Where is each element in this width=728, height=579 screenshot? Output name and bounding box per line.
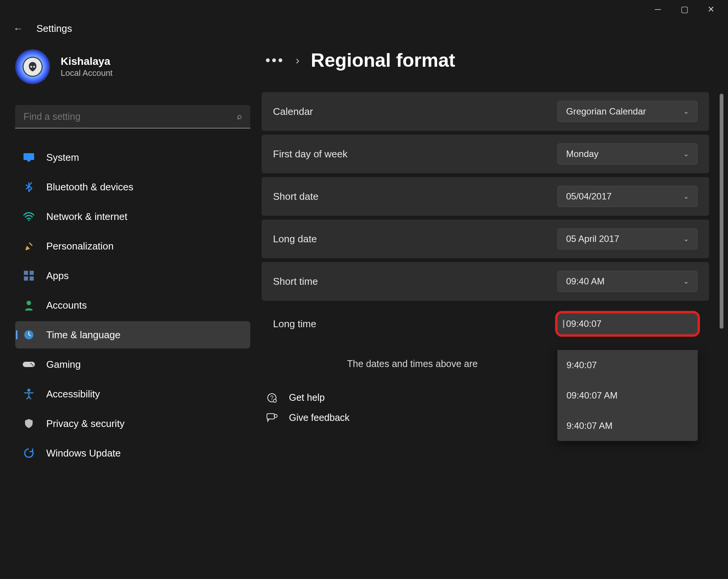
sidebar-item-label: Gaming bbox=[46, 359, 81, 370]
flyout-option[interactable]: 09:40:07 AM bbox=[557, 380, 698, 411]
svg-point-2 bbox=[28, 220, 30, 221]
display-icon bbox=[23, 151, 35, 163]
chevron-right-icon: › bbox=[296, 54, 300, 67]
link-label: Give feedback bbox=[289, 412, 350, 423]
row-calendar: Calendar Gregorian Calendar ⌄ bbox=[262, 92, 709, 131]
sidebar-item-gaming[interactable]: Gaming bbox=[15, 351, 250, 378]
sidebar-item-label: Accounts bbox=[46, 300, 87, 311]
short-time-dropdown[interactable]: 09:40 AM ⌄ bbox=[557, 271, 698, 292]
user-sub: Local Account bbox=[61, 68, 113, 78]
maximize-button[interactable]: ▢ bbox=[671, 0, 698, 19]
row-label: Long date bbox=[273, 233, 317, 245]
svg-rect-6 bbox=[30, 276, 34, 281]
svg-rect-1 bbox=[27, 160, 30, 162]
dropdown-value: 09:40:07 bbox=[566, 319, 689, 329]
long-date-dropdown[interactable]: 05 April 2017 ⌄ bbox=[557, 228, 698, 249]
shield-icon bbox=[23, 417, 35, 430]
svg-point-7 bbox=[27, 301, 31, 305]
user-name: Kishalaya bbox=[61, 55, 113, 67]
sidebar-item-system[interactable]: System bbox=[15, 144, 250, 171]
sidebar-item-accounts[interactable]: Accounts bbox=[15, 292, 250, 319]
sidebar-item-label: Windows Update bbox=[46, 447, 121, 459]
gamepad-icon bbox=[23, 358, 35, 370]
row-label: Long time bbox=[273, 318, 316, 330]
svg-point-11 bbox=[32, 364, 33, 366]
row-long-date: Long date 05 April 2017 ⌄ bbox=[262, 220, 709, 258]
scrollbar[interactable] bbox=[720, 94, 723, 336]
feedback-icon bbox=[265, 413, 278, 423]
sidebar-item-label: Network & internet bbox=[46, 211, 127, 223]
sidebar-item-network[interactable]: Network & internet bbox=[15, 203, 250, 230]
minimize-button[interactable]: ─ bbox=[645, 0, 671, 19]
flyout-option[interactable]: 9:40:07 bbox=[557, 350, 698, 380]
chevron-down-icon: ⌄ bbox=[683, 277, 689, 286]
long-time-flyout: 9:40:07 09:40:07 AM 9:40:07 AM bbox=[557, 350, 698, 441]
sidebar-item-label: System bbox=[46, 152, 79, 163]
chevron-down-icon: ⌄ bbox=[683, 235, 689, 243]
alien-icon bbox=[27, 61, 38, 72]
search-field[interactable] bbox=[24, 111, 237, 122]
close-button[interactable]: ✕ bbox=[698, 0, 724, 19]
sidebar-item-label: Bluetooth & devices bbox=[46, 181, 133, 193]
short-date-dropdown[interactable]: 05/04/2017 ⌄ bbox=[557, 186, 698, 207]
row-label: Short date bbox=[273, 191, 318, 202]
sidebar-item-bluetooth[interactable]: Bluetooth & devices bbox=[15, 173, 250, 201]
sidebar-item-apps[interactable]: Apps bbox=[15, 262, 250, 289]
sidebar-item-time-language[interactable]: Time & language bbox=[15, 321, 250, 348]
dropdown-value: Monday bbox=[566, 149, 678, 159]
sidebar-item-label: Accessibility bbox=[46, 388, 100, 400]
flyout-option[interactable]: 9:40:07 AM bbox=[557, 411, 698, 441]
row-short-date: Short date 05/04/2017 ⌄ bbox=[262, 177, 709, 216]
sidebar-item-label: Apps bbox=[46, 270, 69, 282]
dropdown-value: 05/04/2017 bbox=[566, 191, 678, 202]
svg-text:?: ? bbox=[270, 395, 274, 401]
breadcrumb-more-button[interactable]: ••• bbox=[265, 52, 284, 68]
back-button[interactable]: ← bbox=[13, 23, 23, 35]
svg-rect-16 bbox=[267, 414, 275, 419]
accessibility-icon bbox=[23, 388, 35, 400]
row-long-time: Long time 09:40:07 bbox=[262, 304, 709, 343]
svg-point-10 bbox=[30, 363, 32, 364]
sidebar-item-label: Privacy & security bbox=[46, 418, 125, 430]
dropdown-value: 05 April 2017 bbox=[566, 234, 678, 244]
first-day-dropdown[interactable]: Monday ⌄ bbox=[557, 143, 698, 165]
link-label: Get help bbox=[289, 392, 325, 403]
apps-icon bbox=[23, 270, 35, 282]
avatar bbox=[15, 49, 50, 84]
svg-rect-4 bbox=[30, 271, 34, 275]
page-title: Regional format bbox=[311, 49, 455, 71]
chevron-down-icon: ⌄ bbox=[683, 107, 689, 116]
svg-rect-3 bbox=[24, 271, 28, 275]
sidebar-item-accessibility[interactable]: Accessibility bbox=[15, 380, 250, 408]
svg-point-15 bbox=[273, 399, 276, 402]
svg-rect-0 bbox=[24, 153, 34, 160]
search-input[interactable]: ⌕ bbox=[15, 105, 250, 129]
search-icon: ⌕ bbox=[237, 111, 242, 121]
chevron-down-icon: ⌄ bbox=[683, 192, 689, 201]
breadcrumb: ••• › Regional format bbox=[262, 49, 709, 71]
sidebar-item-personalization[interactable]: Personalization bbox=[15, 232, 250, 260]
row-label: First day of week bbox=[273, 148, 348, 160]
row-short-time: Short time 09:40 AM ⌄ bbox=[262, 262, 709, 301]
brush-icon bbox=[23, 240, 35, 252]
row-first-day: First day of week Monday ⌄ bbox=[262, 135, 709, 173]
row-label: Calendar bbox=[273, 106, 313, 118]
update-icon bbox=[23, 447, 35, 459]
sidebar-item-windows-update[interactable]: Windows Update bbox=[15, 439, 250, 467]
chevron-down-icon: ⌄ bbox=[683, 150, 689, 158]
sidebar-item-privacy[interactable]: Privacy & security bbox=[15, 410, 250, 437]
dropdown-value: Gregorian Calendar bbox=[566, 106, 678, 117]
wifi-icon bbox=[23, 210, 35, 223]
person-icon bbox=[23, 299, 35, 311]
calendar-dropdown[interactable]: Gregorian Calendar ⌄ bbox=[557, 101, 698, 122]
app-title: Settings bbox=[36, 23, 72, 35]
svg-rect-5 bbox=[24, 276, 28, 281]
long-time-dropdown[interactable]: 09:40:07 bbox=[557, 313, 698, 334]
svg-rect-9 bbox=[23, 362, 35, 367]
help-icon: ? bbox=[265, 392, 278, 403]
sidebar-item-label: Personalization bbox=[46, 240, 114, 252]
dropdown-value: 09:40 AM bbox=[566, 276, 678, 287]
clock-globe-icon bbox=[23, 329, 35, 341]
row-label: Short time bbox=[273, 276, 318, 287]
user-card[interactable]: Kishalaya Local Account bbox=[15, 49, 250, 84]
